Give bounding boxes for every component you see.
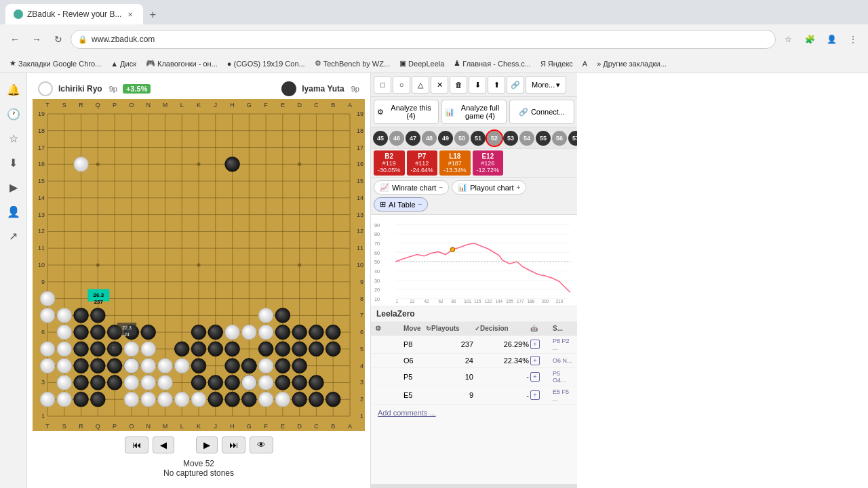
prev-move-button[interactable]: ◀ [153,436,174,453]
active-tab[interactable]: ZBaduk - Review your B... ✕ [5,4,143,24]
bookmark-chess[interactable]: ♟ Главная - Chess.c... [450,58,535,69]
go-board-wrapper[interactable] [33,99,365,431]
more-button[interactable]: More... ▾ [526,76,566,94]
move-scroll[interactable]: 45 46 47 48 49 50 51 52 53 54 55 56 57 5… [371,127,577,149]
tool-square-button[interactable]: □ [374,76,391,94]
ai-row-p5[interactable]: P5 10 - + P5 O4... [371,368,577,386]
menu-button[interactable]: ⋮ [844,30,863,49]
scrollbar-bottom[interactable] [371,484,577,488]
ai-row-p8-playouts: 237 [426,338,473,351]
ai-row-o6-plus-btn[interactable]: + [530,356,540,365]
ai-row-e5[interactable]: E5 9 - + E5 F5 ... [371,386,577,405]
sidebar-play-icon[interactable]: ▶ [3,176,24,198]
sidebar-user-icon[interactable]: 👤 [3,201,24,222]
move-chip-53[interactable]: 53 [503,131,518,146]
profile-button[interactable]: 👤 [822,30,841,49]
tool-download-button[interactable]: ⬇ [469,76,486,94]
analyze-full-button[interactable]: 📊 Analyze full game (4) [441,100,507,124]
svg-text:30: 30 [374,278,380,284]
tab-ai-table[interactable]: ⊞ AI Table − [374,197,428,211]
bookmark-more[interactable]: » Другие закладки... [593,58,671,69]
move-chip-45[interactable]: 45 [373,131,388,146]
forward-button[interactable]: → [27,30,46,49]
sidebar-star-icon[interactable]: ☆ [3,127,24,149]
move-chip-46[interactable]: 46 [389,131,404,146]
ai-row-p5-plus-btn[interactable]: + [530,372,540,382]
last-move-button[interactable]: ⏭ [222,436,245,453]
move-chip-51[interactable]: 51 [471,131,486,146]
tab-playout-chart[interactable]: 📊 Playout chart + [452,180,526,195]
ai-row-o6-col1 [375,356,402,365]
go-board-canvas[interactable] [33,99,365,431]
next-move-button[interactable]: ▶ [196,436,218,453]
winrate-tab-close[interactable]: − [439,184,443,191]
browser-sidebar: 🔔 🕐 ☆ ⬇ ▶ 👤 ↗ [0,73,27,488]
ai-row-p5-playouts: 10 [426,370,473,384]
bad-move-p7[interactable]: P7 #112 -24.64% [407,150,438,176]
sidebar-bell-icon[interactable]: 🔔 [3,79,24,100]
tool-trash-button[interactable]: 🗑 [450,76,467,94]
svg-text:210: 210 [556,299,564,303]
eye-button[interactable]: 👁 [250,436,273,453]
score-badge: +3.5% [123,84,151,94]
bookmark-a[interactable]: А [578,58,591,69]
ai-row-o6-playouts: 24 [426,356,473,365]
add-comments-button[interactable]: Add comments ... [371,405,577,421]
bookmark-disk[interactable]: ▲ Диск [106,58,140,69]
ai-row-p5-plus[interactable]: + [530,370,551,384]
extensions-button[interactable]: 🧩 [800,30,819,49]
black-player-name: Iyama Yuta [302,84,344,94]
sidebar-share-icon[interactable]: ↗ [3,225,24,247]
tool-cross-button[interactable]: ✕ [431,76,448,94]
move-chip-52[interactable]: 52 [487,131,502,146]
tab-bar: ZBaduk - Review your B... ✕ + [0,0,868,24]
back-button[interactable]: ← [5,30,24,49]
ai-row-e5-plus-btn[interactable]: + [530,390,540,400]
move-chip-54[interactable]: 54 [519,131,534,146]
connect-button[interactable]: 🔗 Connect... [509,100,574,124]
tab-winrate-chart[interactable]: 📈 Winrate chart − [374,180,449,195]
address-bar[interactable]: 🔒 www.zbaduk.com [71,30,776,49]
bad-move-l18[interactable]: L18 #187 -13.34% [439,150,471,176]
move-chip-56[interactable]: 56 [552,131,567,146]
ai-row-e5-plus[interactable]: + [530,388,551,402]
bookmark-deepleela[interactable]: ▣ DeepLeela [395,58,448,69]
move-chip-47[interactable]: 47 [406,131,420,146]
bad-move-b2[interactable]: B2 #119 -30.05% [374,150,405,176]
bookmark-star-button[interactable]: ☆ [778,30,797,49]
move-chip-49[interactable]: 49 [438,131,453,146]
move-chip-55[interactable]: 55 [536,131,551,146]
first-move-button[interactable]: ⏮ [125,436,149,453]
svg-text:42: 42 [425,299,430,303]
analyze-this-button[interactable]: ⚙ Analyze this (4) [374,100,439,124]
tool-link-button[interactable]: 🔗 [507,76,524,94]
bookmark-zakl[interactable]: ★ Закладки Google Chro... [5,58,105,69]
tool-upload-button[interactable]: ⬆ [488,76,505,94]
sidebar-history-icon[interactable]: 🕐 [3,103,24,125]
header-decision: ✓ Decision [475,325,529,332]
ai-row-o6[interactable]: O6 24 22.34% + O6 N... [371,354,577,368]
analyze-row: ⚙ Analyze this (4) 📊 Analyze full game (… [371,97,577,127]
bookmark-techbench[interactable]: ⚙ TechBench by WZ... [311,58,394,69]
move-chip-48[interactable]: 48 [422,131,437,146]
sidebar-download-icon[interactable]: ⬇ [3,152,24,174]
ai-table-tab-close[interactable]: − [418,201,422,208]
tool-triangle-button[interactable]: △ [412,76,429,94]
move-chip-50[interactable]: 50 [454,131,469,146]
new-tab-button[interactable]: + [143,5,162,24]
bookmark-klavo[interactable]: 🎮 Клавогонки - он... [142,58,222,69]
tool-circle-button[interactable]: ○ [393,76,410,94]
ai-row-p8-plus[interactable]: + [530,338,551,351]
game-container: Ichiriki Ryo 9p +3.5% Iyama Yuta 9p ⏮ ◀ [27,73,868,488]
ai-row-p8[interactable]: P8 237 26.29% + P8 P2 ... [371,336,577,354]
bad-move-e12[interactable]: E12 #126 -12.72% [473,150,504,176]
bookmark-yandex[interactable]: Я Яндекс [536,58,577,69]
tab-close-button[interactable]: ✕ [125,9,135,19]
move-chip-57[interactable]: 57 [568,131,577,146]
bookmark-cgos[interactable]: ● (CGOS) 19x19 Con... [223,58,309,69]
playout-tab-close[interactable]: + [516,184,520,191]
reload-button[interactable]: ↻ [49,30,68,49]
ai-row-o6-plus[interactable]: + [530,356,551,365]
svg-text:115: 115 [474,299,481,303]
ai-row-p8-plus-btn[interactable]: + [530,340,540,349]
